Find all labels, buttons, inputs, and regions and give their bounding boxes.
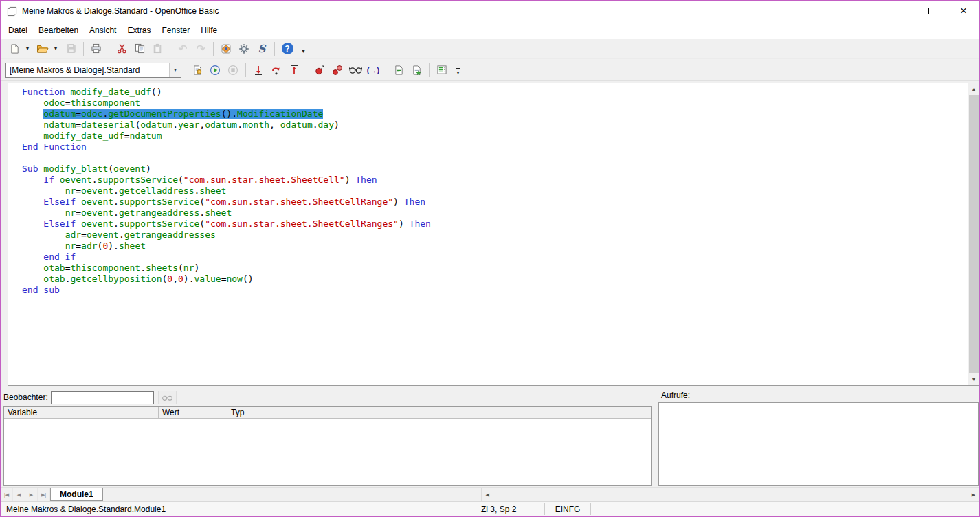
tab-module1[interactable]: Module1	[50, 488, 103, 501]
close-icon: ×	[960, 4, 967, 18]
new-document-button[interactable]	[6, 41, 23, 57]
copy-button[interactable]	[131, 41, 148, 57]
select-macro-button[interactable]	[390, 62, 407, 78]
enable-watch-button[interactable]	[347, 62, 364, 78]
menu-item-extras[interactable]: Extras	[122, 23, 156, 38]
compile-button[interactable]	[189, 62, 205, 78]
menu-item-fenster[interactable]: Fenster	[157, 23, 196, 38]
status-insert-mode[interactable]: EINFG	[545, 502, 590, 516]
open-button[interactable]	[34, 41, 51, 57]
redo-button[interactable]: ↷	[192, 41, 209, 57]
status-bar: Meine Makros & Dialoge.Standard.Module1 …	[1, 501, 979, 516]
source-text-button[interactable]: S	[254, 41, 270, 57]
code-line[interactable]: nr=adr(0).sheet	[22, 241, 968, 252]
options-button[interactable]	[236, 41, 252, 57]
next-tab-button[interactable]: ▶	[25, 488, 38, 501]
code-line[interactable]: If oevent.supportsService("com.sun.star.…	[22, 175, 968, 186]
last-tab-button[interactable]: ▶|	[38, 488, 50, 501]
watch-add-button[interactable]	[158, 390, 177, 404]
code-line[interactable]: otab=thiscomponent.sheets(nr)	[22, 263, 968, 274]
manage-modules-button[interactable]	[408, 62, 425, 78]
code-line[interactable]: ndatum=dateserial(odatum.year,odatum.mon…	[22, 120, 968, 131]
scroll-right-icon[interactable]: ▶	[968, 488, 979, 501]
cut-button[interactable]	[113, 41, 130, 57]
script-s-icon: S	[258, 43, 266, 55]
find-parentheses-button[interactable]: (→)	[365, 62, 381, 78]
code-line[interactable]: Function modify_date_udf()	[22, 87, 968, 98]
minimize-button[interactable]: –	[884, 1, 916, 21]
step-into-button[interactable]	[250, 62, 267, 78]
code-line[interactable]: end if	[22, 252, 968, 263]
code-line[interactable]: adr=oevent.getrangeaddresses	[22, 230, 968, 241]
scrollbar-track[interactable]	[493, 488, 652, 501]
column-header-variable[interactable]: Variable	[4, 407, 159, 418]
watch-panel: Beobachter: Variable Wert Typ	[1, 386, 652, 487]
insert-source-button[interactable]	[434, 62, 450, 78]
scrollbar-track[interactable]	[656, 488, 968, 501]
close-button[interactable]: ×	[948, 1, 979, 21]
toolbar-separator	[245, 63, 246, 77]
scrollbar-thumb[interactable]	[969, 95, 979, 373]
first-tab-button[interactable]: |◀	[1, 488, 13, 501]
watch-table-body[interactable]	[4, 419, 651, 485]
maximize-button[interactable]	[916, 1, 948, 21]
stop-button[interactable]	[225, 62, 241, 78]
code-text[interactable]: Function modify_date_udf() odoc=thiscomp…	[8, 83, 968, 385]
watch-input[interactable]	[51, 391, 154, 404]
previous-tab-button[interactable]: ◀	[13, 488, 25, 501]
manage-breakpoints-button[interactable]	[329, 62, 346, 78]
menu-bar: DateiBearbeitenAnsichtExtrasFensterHilfe	[1, 21, 979, 38]
editor-vertical-scrollbar[interactable]: ▲ ▼	[968, 83, 979, 385]
panel-splitter[interactable]	[652, 386, 657, 487]
step-over-button[interactable]	[268, 62, 285, 78]
menu-item-hilfe[interactable]: Hilfe	[195, 23, 223, 38]
horizontal-scrollbar-right[interactable]: ▶	[656, 488, 979, 501]
library-selector-value: [Meine Makros & Dialoge].Standard	[6, 65, 169, 75]
breakpoint-button[interactable]	[311, 62, 328, 78]
scroll-down-icon[interactable]: ▼	[968, 373, 979, 385]
scroll-left-icon[interactable]: ◀	[482, 488, 493, 501]
code-line[interactable]: end sub	[22, 285, 968, 296]
scroll-up-icon[interactable]: ▲	[968, 83, 979, 95]
column-header-wert[interactable]: Wert	[159, 407, 227, 418]
undo-button[interactable]: ↶	[175, 41, 191, 57]
code-line[interactable]: Sub modify_blatt(oevent)	[22, 164, 968, 175]
watch-table: Variable Wert Typ	[3, 406, 652, 486]
code-line[interactable]: nr=oevent.getrangeaddress.sheet	[22, 208, 968, 219]
code-line[interactable]: ElseIf oevent.supportsService("com.sun.s…	[22, 197, 968, 208]
library-selector[interactable]: [Meine Makros & Dialoge].Standard ▾	[5, 63, 181, 78]
paste-button[interactable]	[149, 41, 166, 57]
module-tab-bar: |◀ ◀ ▶ ▶| Module1 ◀ ▶	[1, 487, 979, 501]
macro-page-icon	[394, 65, 404, 76]
code-line[interactable]: nr=oevent.getcelladdress.sheet	[22, 186, 968, 197]
run-button[interactable]	[207, 62, 223, 78]
status-module-path: Meine Makros & Dialoge.Standard.Module1	[1, 502, 449, 516]
step-out-button[interactable]	[286, 62, 302, 78]
save-button[interactable]	[63, 41, 79, 57]
code-line[interactable]: ElseIf oevent.supportsService("com.sun.s…	[22, 219, 968, 230]
code-line[interactable]: odatum=odoc.getDocumentProperties().Modi…	[22, 109, 968, 120]
new-document-dropdown[interactable]: ▾	[23, 41, 32, 57]
help-button[interactable]: ?	[279, 41, 296, 57]
print-button[interactable]	[88, 41, 104, 57]
menu-item-bearbeiten[interactable]: Bearbeiten	[33, 23, 84, 38]
open-dropdown[interactable]: ▾	[52, 41, 60, 57]
code-line[interactable]: End Function	[22, 142, 968, 153]
redo-arrow-icon: ↷	[197, 43, 205, 54]
horizontal-scrollbar-left[interactable]: ◀	[481, 488, 652, 501]
column-header-typ[interactable]: Typ	[227, 407, 651, 418]
undo-arrow-icon: ↶	[179, 43, 188, 54]
menu-item-ansicht[interactable]: Ansicht	[84, 23, 122, 38]
calls-listbox[interactable]	[658, 402, 979, 486]
code-line[interactable]: odoc=thiscomponent	[22, 98, 968, 109]
code-line[interactable]	[22, 153, 968, 164]
library-selector-dropdown[interactable]: ▾	[169, 63, 181, 77]
code-line[interactable]: modify_date_udf=ndatum	[22, 131, 968, 142]
menu-item-datei[interactable]: Datei	[3, 23, 33, 38]
toolbar-overflow-button[interactable]: ▾	[453, 62, 463, 78]
code-editor: Function modify_date_udf() odoc=thiscomp…	[8, 82, 979, 386]
toolbar-overflow-button[interactable]: ▾	[298, 41, 309, 57]
code-line[interactable]: otab.getcellbyposition(0,0).value=now()	[22, 274, 968, 285]
navigator-button[interactable]	[218, 41, 234, 57]
clipboard-icon	[153, 43, 162, 54]
